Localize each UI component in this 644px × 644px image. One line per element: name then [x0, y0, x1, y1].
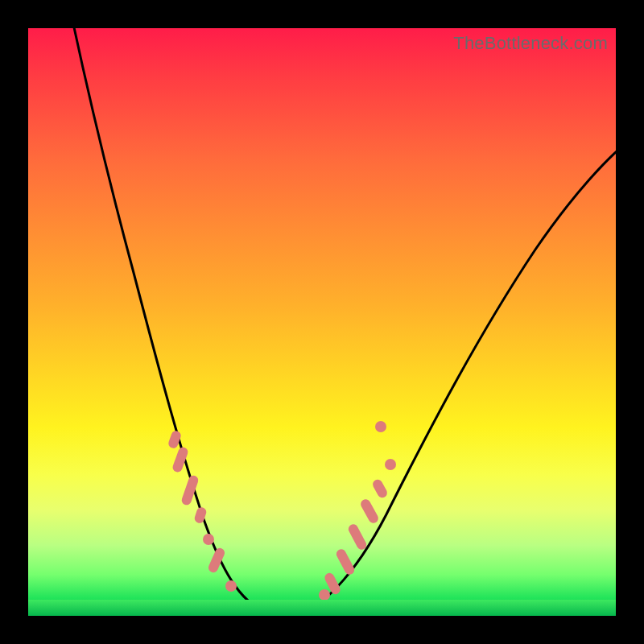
- green-baseline-band: [28, 600, 616, 616]
- svg-rect-15: [371, 478, 389, 500]
- svg-point-6: [225, 580, 237, 592]
- svg-rect-14: [359, 497, 380, 525]
- svg-rect-5: [207, 547, 226, 574]
- data-points-right: [319, 421, 396, 601]
- svg-point-17: [375, 421, 386, 432]
- bottleneck-curve: [72, 20, 624, 612]
- chart-svg: [28, 28, 616, 616]
- svg-point-16: [385, 459, 396, 470]
- svg-rect-12: [335, 547, 357, 576]
- svg-point-10: [319, 589, 330, 601]
- plot-area: TheBottleneck.com: [28, 28, 616, 616]
- chart-frame: TheBottleneck.com: [0, 0, 644, 644]
- data-points-left: [167, 430, 237, 592]
- svg-rect-13: [347, 522, 369, 551]
- svg-point-4: [203, 534, 214, 545]
